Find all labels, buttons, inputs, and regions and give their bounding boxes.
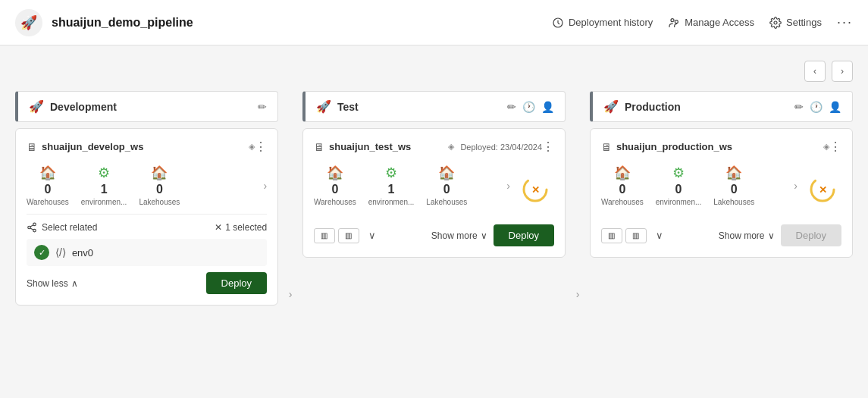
production-ws-name: shuaijun_production_ws: [616, 141, 819, 152]
production-stats-arrow[interactable]: ›: [794, 180, 797, 192]
manage-access-button[interactable]: Manage Access: [668, 17, 754, 29]
svg-point-1: [671, 18, 674, 21]
rocket-icon: 🚀: [20, 14, 37, 31]
development-column: 🚀 Development ✏ 🖥 shuaijun_develop_ws ◈ …: [15, 91, 278, 383]
test-ws-icon: 🖥: [314, 141, 324, 153]
env0-name: env0: [72, 247, 93, 259]
test-lakehouses-stat: 🏠 0 Lakehouses: [426, 165, 467, 206]
test-deploy-button[interactable]: Deploy: [494, 224, 554, 246]
develop-environments-stat: ⚙ 1 environmen...: [81, 165, 127, 206]
test-spinner: ✕: [522, 176, 549, 203]
svg-point-2: [675, 20, 678, 23]
develop-show-less-button[interactable]: Show less ∧: [27, 278, 78, 289]
production-ws-more-button[interactable]: ⋮: [829, 139, 841, 154]
development-stage-header: 🚀 Development ✏: [15, 91, 278, 122]
test-stats-arrow[interactable]: ›: [506, 180, 510, 192]
test-diff-chevron[interactable]: ∨: [368, 230, 376, 241]
env0-check-icon: ✓: [34, 245, 49, 260]
develop-workspace-card: 🖥 shuaijun_develop_ws ◈ ⋮ 🏠 0 Warehouses…: [15, 128, 278, 306]
test-edit-icon[interactable]: ✏: [507, 101, 516, 113]
test-ws-diamond: ◈: [448, 142, 454, 152]
develop-lakehouses-label: Lakehouses: [139, 198, 180, 206]
share-icon: [27, 222, 37, 233]
production-ws-icon: 🖥: [601, 141, 612, 153]
test-warehouses-stat: 🏠 0 Warehouses: [314, 165, 356, 206]
settings-button[interactable]: Settings: [769, 17, 822, 29]
selected-count: ✕ 1 selected: [215, 222, 267, 233]
develop-ws-more-button[interactable]: ⋮: [255, 139, 267, 154]
pipeline-title: shuaijun_demo_pipeline: [52, 16, 552, 30]
test-warehouse-icon: 🏠: [327, 165, 343, 181]
production-workspace-card: 🖥 shuaijun_production_ws ◈ ⋮ 🏠 0 Warehou…: [590, 128, 853, 258]
env0-code-icon: ⟨/⟩: [55, 246, 66, 259]
deployment-history-button[interactable]: Deployment history: [552, 17, 653, 29]
svg-line-8: [30, 225, 33, 227]
test-deployed-date: Deployed: 23/04/2024: [460, 143, 542, 152]
test-environments-label: environmen...: [368, 198, 415, 206]
production-diff-chevron[interactable]: ∨: [656, 230, 663, 241]
production-card-footer: ▥ ▥ ∨ Show more ∨ Deploy: [601, 224, 841, 246]
test-lakehouses-label: Lakehouses: [426, 198, 467, 206]
dev-test-arrow: ›: [278, 91, 302, 383]
production-stats-row: 🏠 0 Warehouses ⚙ 0 environmen... 🏠 0: [601, 165, 797, 206]
test-stage-name: Test: [337, 101, 501, 113]
next-nav-button[interactable]: ›: [832, 61, 853, 82]
develop-ws-name: shuaijun_develop_ws: [42, 141, 244, 152]
production-lakehouses-stat: 🏠 0 Lakehouses: [713, 165, 754, 206]
development-stage-name: Development: [50, 101, 252, 113]
test-lakehouses-count: 0: [443, 183, 450, 196]
test-warehouses-count: 0: [331, 183, 338, 196]
production-ws-header: 🖥 shuaijun_production_ws ◈ ⋮: [601, 139, 841, 154]
test-environments-count: 1: [388, 183, 395, 196]
production-edit-icon[interactable]: ✏: [794, 101, 804, 113]
svg-point-5: [28, 226, 31, 229]
production-warehouses-label: Warehouses: [601, 198, 644, 206]
header-logo: 🚀: [15, 9, 42, 36]
develop-stats-arrow[interactable]: ›: [263, 180, 267, 192]
manage-access-label: Manage Access: [685, 17, 754, 28]
production-lakehouses-count: 0: [731, 183, 738, 196]
select-related-section: Select related ✕ 1 selected ✓ ⟨/⟩ env0: [27, 214, 267, 266]
test-diff-icons: ▥ ▥: [314, 228, 359, 243]
pipeline-columns: 🚀 Development ✏ 🖥 shuaijun_develop_ws ◈ …: [15, 91, 853, 383]
select-related-label: Select related: [27, 222, 97, 233]
test-lakehouses-icon: 🏠: [438, 165, 455, 181]
production-spinner-area: ✕: [804, 176, 841, 203]
test-history-icon[interactable]: 🕐: [522, 101, 535, 113]
test-stage-actions: ✏ 🕐 👤: [507, 101, 554, 113]
develop-environments-count: 1: [101, 183, 108, 196]
develop-ws-diamond: ◈: [249, 142, 255, 152]
svg-line-7: [30, 228, 33, 230]
develop-warehouses-label: Warehouses: [27, 198, 69, 206]
production-show-more-button[interactable]: Show more ∨: [719, 230, 775, 241]
develop-deploy-button[interactable]: Deploy: [206, 272, 267, 294]
develop-ws-header: 🖥 shuaijun_develop_ws ◈ ⋮: [27, 139, 267, 154]
develop-lakehouses-icon: 🏠: [151, 165, 168, 181]
develop-stats-row: 🏠 0 Warehouses ⚙ 1 environmen... 🏠 0 Lak…: [27, 165, 267, 206]
test-stage-header: 🚀 Test ✏ 🕐 👤: [302, 91, 566, 122]
test-ws-header: 🖥 shuaijun_test_ws ◈ Deployed: 23/04/202…: [314, 139, 554, 154]
production-diff-icons: ▥ ▥: [601, 228, 647, 243]
production-history-icon[interactable]: 🕐: [810, 101, 823, 113]
test-people-icon[interactable]: 👤: [541, 101, 554, 113]
gear-icon: [769, 17, 782, 29]
deployment-history-label: Deployment history: [569, 17, 653, 28]
test-show-more-button[interactable]: Show more ∨: [431, 230, 487, 241]
test-ws-more-button[interactable]: ⋮: [542, 139, 554, 154]
more-options-button[interactable]: ···: [837, 14, 853, 30]
test-environments-stat: ⚙ 1 environmen...: [368, 165, 415, 206]
production-lakehouses-icon: 🏠: [725, 165, 742, 181]
production-people-icon[interactable]: 👤: [829, 101, 841, 113]
develop-warehouses-stat: 🏠 0 Warehouses: [27, 165, 69, 206]
close-selected-icon[interactable]: ✕: [215, 222, 222, 233]
production-lakehouses-label: Lakehouses: [713, 198, 754, 206]
develop-lakehouses-count: 0: [156, 183, 163, 196]
development-stage-icon: 🚀: [29, 99, 44, 114]
env0-item: ✓ ⟨/⟩ env0: [27, 239, 267, 266]
production-stage-header: 🚀 Production ✏ 🕐 👤: [590, 91, 853, 122]
production-warehouse-icon: 🏠: [614, 165, 631, 181]
prev-nav-button[interactable]: ‹: [804, 61, 826, 82]
development-edit-icon[interactable]: ✏: [258, 101, 267, 113]
develop-card-footer: Show less ∧ Deploy: [27, 272, 267, 294]
production-environments-stat: ⚙ 0 environmen...: [656, 165, 702, 206]
